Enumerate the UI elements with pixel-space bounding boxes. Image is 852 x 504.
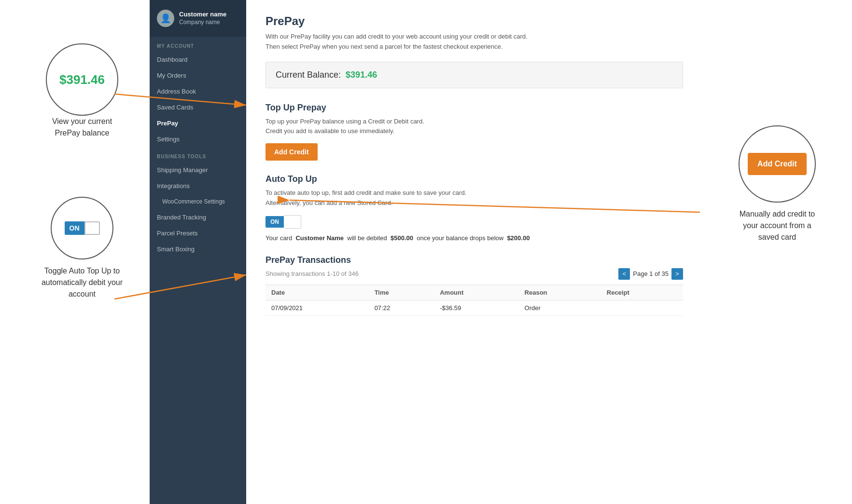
cell-time: 07:22 [369, 300, 434, 315]
sidebar-item-address-book[interactable]: Address Book [150, 83, 246, 99]
sidebar-myaccount-label: MY ACCOUNT [150, 37, 246, 52]
col-time: Time [369, 285, 434, 300]
sidebar-item-prepay[interactable]: PrePay [150, 115, 246, 131]
add-credit-annotation-button[interactable]: Add Credit [748, 153, 807, 175]
col-date: Date [265, 285, 369, 300]
sidebar-item-woocommerce-settings[interactable]: WooCommerce Settings [150, 194, 246, 209]
cell-amount: -$36.59 [434, 300, 518, 315]
add-credit-annotation: Add Credit Manually add credit to your a… [712, 125, 842, 243]
topup-section: Top Up Prepay Top up your PrePay balance… [265, 103, 683, 161]
avatar: 👤 [157, 10, 174, 27]
page-label: Page 1 of 35 [633, 270, 669, 277]
balance-circle: $391.46 [46, 43, 118, 116]
cell-receipt [601, 300, 683, 315]
left-annotation-area: $391.46 View your current PrePay balance… [0, 0, 150, 504]
sidebar-item-shipping-manager[interactable]: Shipping Manager [150, 162, 246, 178]
balance-amount-value: $391.46 [346, 70, 377, 80]
balance-annotation: $391.46 View your current PrePay balance [14, 43, 150, 139]
sidebar: 👤 Customer name Company name MY ACCOUNT … [150, 0, 246, 504]
pagination-next-button[interactable]: > [671, 268, 683, 280]
main-content: PrePay With our PrePay facility you can … [246, 0, 702, 504]
page-title: PrePay [265, 14, 683, 28]
auto-topup-desc: To activate auto top up, first add credi… [265, 188, 683, 208]
sidebar-item-settings[interactable]: Settings [150, 131, 246, 147]
sidebar-user-company: Company name [179, 19, 226, 27]
sidebar-user-name: Customer name [179, 11, 226, 19]
add-credit-circle: Add Credit [739, 125, 816, 203]
topup-desc: Top up your PrePay balance using a Credi… [265, 117, 683, 137]
auto-topup-toggle-off[interactable] [284, 215, 301, 229]
sidebar-item-parcel-presets[interactable]: Parcel Presets [150, 225, 246, 241]
toggle-annotation-label: Toggle Auto Top Up to automatically debi… [42, 265, 123, 300]
auto-topup-note: Your card Customer Name will be debited … [265, 234, 683, 242]
sidebar-user: 👤 Customer name Company name [150, 0, 246, 37]
toggle-on-text: ON [65, 221, 84, 235]
balance-annotation-label: View your current PrePay balance [52, 116, 112, 139]
add-credit-annotation-label: Manually add credit to your account from… [740, 208, 815, 243]
main-description: With our PrePay facility you can add cre… [265, 32, 683, 52]
table-row: 07/09/2021 07:22 -$36.59 Order [265, 300, 683, 315]
auto-topup-threshold: $200.00 [507, 234, 530, 242]
transactions-showing: Showing transactions 1-10 of 346 [265, 270, 359, 277]
toggle-off-square [84, 221, 100, 235]
cell-date: 07/09/2021 [265, 300, 369, 315]
current-balance-section: Current Balance: $391.46 [265, 62, 683, 88]
sidebar-item-integrations[interactable]: Integrations [150, 178, 246, 194]
right-annotation-area: Add Credit Manually add credit to your a… [702, 0, 852, 504]
pagination-prev-button[interactable]: < [618, 268, 630, 280]
balance-label: Current Balance: $391.46 [276, 70, 377, 80]
toggle-circle: ON [51, 197, 113, 259]
sidebar-item-branded-tracking[interactable]: Branded Tracking [150, 209, 246, 225]
topup-title: Top Up Prepay [265, 103, 683, 113]
auto-topup-card-name: Customer Name [295, 234, 344, 242]
transactions-title: PrePay Transactions [265, 255, 683, 265]
sidebar-item-saved-cards[interactable]: Saved Cards [150, 99, 246, 115]
col-amount: Amount [434, 285, 518, 300]
auto-topup-toggle-on[interactable]: ON [265, 216, 284, 228]
toggle-circle-inner: ON [65, 221, 100, 235]
toggle-annotation: ON Toggle Auto Top Up to automatically d… [14, 197, 150, 300]
sidebar-item-my-orders[interactable]: My Orders [150, 68, 246, 83]
sidebar-user-info: Customer name Company name [179, 11, 226, 26]
auto-topup-title: Auto Top Up [265, 174, 683, 184]
auto-topup-debit-amount: $500.00 [391, 234, 413, 242]
pagination: < Page 1 of 35 > [618, 268, 683, 280]
add-credit-button[interactable]: Add Credit [265, 143, 318, 161]
transactions-table: Date Time Amount Reason Receipt 07/09/20… [265, 285, 683, 316]
transactions-section: PrePay Transactions Showing transactions… [265, 255, 683, 316]
auto-topup-section: Auto Top Up To activate auto top up, fir… [265, 174, 683, 242]
auto-topup-toggle-wrapper: ON [265, 215, 683, 229]
sidebar-item-smart-boxing[interactable]: Smart Boxing [150, 241, 246, 257]
sidebar-item-dashboard[interactable]: Dashboard [150, 52, 246, 68]
col-reason: Reason [519, 285, 601, 300]
cell-reason: Order [519, 300, 601, 315]
transactions-meta: Showing transactions 1-10 of 346 < Page … [265, 268, 683, 280]
balance-circle-value: $391.46 [59, 72, 105, 87]
col-receipt: Receipt [601, 285, 683, 300]
sidebar-business-label: BUSINESS TOOLS [150, 147, 246, 162]
